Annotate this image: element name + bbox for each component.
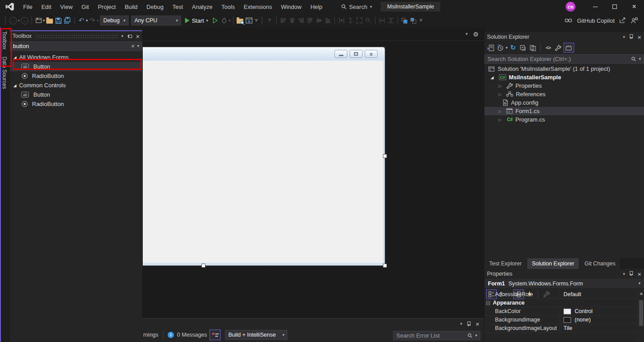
tree-node-appconfig[interactable]: App.config (484, 98, 644, 107)
open-file-button[interactable] (45, 15, 54, 26)
filter-messages-button[interactable] (209, 330, 221, 340)
collapse-all-button[interactable] (519, 42, 527, 53)
form-minimize-button[interactable] (334, 50, 347, 58)
sync-with-active-document-button[interactable] (245, 15, 254, 26)
design-form[interactable]: x (142, 47, 385, 265)
toolbar-grip[interactable] (4, 16, 7, 24)
save-all-button[interactable] (63, 15, 72, 26)
window-position-icon[interactable]: ▾ (623, 272, 625, 276)
menu-project[interactable]: Project (93, 2, 120, 12)
menu-git[interactable]: Git (77, 2, 93, 12)
switch-views-button[interactable] (486, 42, 495, 53)
window-maximize-button[interactable] (605, 0, 624, 13)
resize-handle-right[interactable] (383, 154, 387, 158)
property-row-backgroundimagelayout[interactable]: BackgroundImageLayout Tile (484, 324, 644, 333)
error-list-search-input[interactable] (396, 332, 465, 339)
start-dropdown-icon[interactable]: ▾ (206, 19, 209, 23)
form-client-area[interactable] (142, 61, 383, 263)
form-title-bar[interactable]: x (142, 47, 385, 61)
global-search-button[interactable]: Search ▾ (337, 2, 377, 12)
error-source-combo[interactable]: Build + IntelliSense▾ (225, 330, 287, 340)
solution-explorer-title-bar[interactable]: Solution Explorer ▾ × (484, 32, 644, 42)
refresh-icon[interactable]: ↻ (509, 42, 518, 53)
sidebar-tab-toolbox[interactable]: Toolbox (0, 28, 9, 53)
error-list-search-box[interactable]: ▾ (393, 331, 480, 340)
toolbar-overflow-button[interactable]: ▾ (418, 19, 424, 22)
properties-scrollbar[interactable] (638, 290, 644, 342)
menu-edit[interactable]: Edit (37, 2, 56, 12)
pin-icon[interactable] (629, 271, 633, 277)
new-project-button[interactable] (34, 15, 43, 26)
tree-node-solution[interactable]: Solution 'MsiInstallerSample' (1 of 1 pr… (484, 65, 644, 73)
menu-tools[interactable]: Tools (217, 2, 239, 12)
chevron-down-icon[interactable]: ▾ (137, 44, 139, 48)
tree-node-references[interactable]: ▷ References (484, 90, 644, 98)
toolbox-group-common-controls[interactable]: ◢ Common Controls (10, 81, 142, 90)
collapse-category-icon[interactable] (486, 301, 490, 305)
solution-platform-combo[interactable]: Any CPU▾ (131, 16, 181, 25)
start-debugging-button[interactable]: Start ▾ (182, 17, 211, 24)
view-code-button[interactable]: <> (544, 42, 553, 53)
tab-solution-explorer[interactable]: Solution Explorer (527, 258, 580, 269)
property-value[interactable]: Control (575, 308, 592, 314)
property-value[interactable]: (none) (575, 317, 591, 323)
panel-drag-texture[interactable] (36, 34, 117, 38)
properties-object-combo[interactable]: Form1 System.Windows.Forms.Form ▾ (484, 279, 644, 288)
close-icon[interactable]: × (637, 34, 641, 41)
tree-node-form1[interactable]: ▷ Form1.cs (484, 107, 644, 115)
toolbox-item-button[interactable]: ab Button (10, 62, 142, 71)
sidebar-tab-data-sources[interactable]: Data Sources (0, 53, 9, 93)
toolbox-search-box[interactable]: × ▾ (10, 41, 142, 51)
scrollbar-thumb[interactable] (639, 300, 643, 326)
expander-collapsed-icon[interactable]: ▷ (499, 84, 502, 88)
menu-help[interactable]: Help (306, 2, 327, 12)
expander-collapsed-icon[interactable]: ▷ (499, 118, 502, 122)
toolbox-title-bar[interactable]: Toolbox ▾ × (10, 31, 142, 41)
category-row-appearance[interactable]: Appearance (484, 299, 644, 307)
property-value[interactable]: Tile (560, 325, 644, 331)
account-avatar[interactable]: CB (566, 2, 576, 12)
clear-search-icon[interactable]: × (131, 43, 135, 49)
close-icon[interactable]: × (475, 321, 479, 327)
chevron-down-icon[interactable]: ▾ (639, 57, 641, 61)
find-in-files-button[interactable] (236, 15, 245, 26)
start-without-debugging-button[interactable] (211, 15, 220, 26)
window-position-icon[interactable]: ▾ (623, 35, 625, 39)
menu-extensions[interactable]: Extensions (239, 2, 277, 12)
pin-icon[interactable] (127, 34, 132, 38)
copilot-label[interactable]: GitHub Copilot (577, 17, 615, 24)
menu-test[interactable]: Test (168, 2, 188, 12)
toolbox-search-input[interactable] (13, 43, 129, 49)
properties-button[interactable] (554, 42, 563, 53)
save-button[interactable] (54, 15, 63, 26)
design-form-selection[interactable]: x (142, 47, 385, 266)
toolbox-item-radiobutton[interactable]: RadioButton (10, 71, 142, 81)
menu-build[interactable]: Build (120, 2, 142, 12)
share-icon[interactable] (619, 17, 626, 24)
tab-git-changes[interactable]: Git Changes (580, 258, 620, 269)
filter-dropdown-icon[interactable]: ▾ (506, 46, 508, 50)
window-position-icon[interactable]: ▾ (460, 322, 463, 326)
menu-file[interactable]: File (19, 2, 37, 12)
tree-node-project[interactable]: ◢ C# MsiInstallerSample (484, 73, 644, 81)
expander-open-icon[interactable]: ◢ (13, 55, 16, 60)
toolbox-item-radiobutton-2[interactable]: RadioButton (10, 99, 142, 109)
toolbar-overflow-button[interactable]: ▾ (254, 19, 259, 22)
pending-changes-filter-button[interactable] (496, 42, 505, 53)
expander-open-icon[interactable]: ◢ (13, 83, 16, 88)
property-value[interactable]: Default (560, 291, 644, 297)
toolbar-grip[interactable] (261, 16, 263, 24)
chevron-down-icon[interactable]: ▾ (475, 334, 477, 338)
window-position-icon[interactable]: ▾ (121, 34, 124, 38)
tree-node-properties[interactable]: ▷ Properties (484, 81, 644, 90)
undo-button[interactable]: ↶ (77, 15, 86, 26)
tree-node-program[interactable]: ▷ C# Program.cs (484, 115, 644, 124)
pin-icon[interactable] (467, 322, 471, 327)
solution-explorer-search-box[interactable]: ▾ (484, 54, 644, 64)
close-icon[interactable]: × (136, 33, 140, 40)
solution-explorer-search-input[interactable] (487, 56, 628, 62)
tab-test-explorer[interactable]: Test Explorer (484, 258, 527, 269)
property-row-backcolor[interactable]: BackColor Control (484, 307, 644, 316)
close-icon[interactable]: × (637, 271, 641, 277)
form-maximize-button[interactable] (350, 50, 362, 58)
